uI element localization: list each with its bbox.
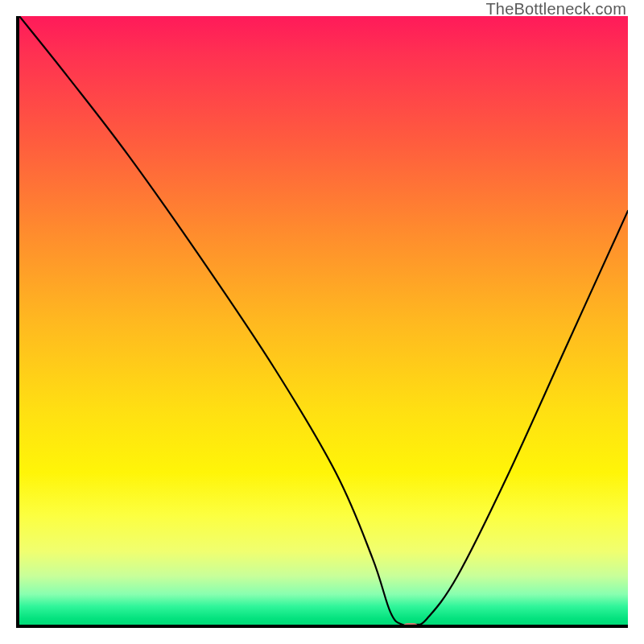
bottleneck-curve <box>19 16 628 625</box>
plot-area <box>16 16 628 628</box>
line-plot-svg <box>19 16 628 625</box>
chart-container: TheBottleneck.com <box>0 0 644 644</box>
highlight-marker <box>402 623 419 628</box>
